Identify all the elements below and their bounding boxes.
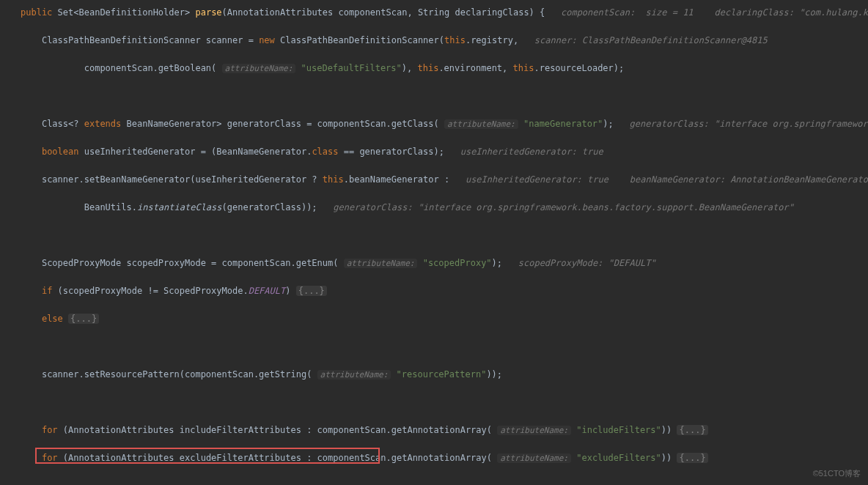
inlay-hint: componentScan: size = 11 declaringClass:… [561,7,868,18]
code-text: .registry, [466,35,518,45]
code-text: .resourceLoader); [534,63,624,73]
code-text: ClassPathBeanDefinitionScanner( [275,35,444,45]
keyword-boolean: boolean [42,147,79,157]
code-text: ClassPathBeanDefinitionScanner scanner = [42,35,259,45]
code-text: (AnnotationAttributes excludeFilterAttri… [58,453,492,463]
string-literal: "nameGenerator" [523,119,603,129]
code-text: ScopedProxyMode scopedProxyMode = compon… [42,258,339,268]
code-text: )) [661,453,677,463]
code-text: ), [402,63,418,73]
keyword-this: this [417,63,438,73]
string-literal: "useDefaultFilters" [301,63,402,73]
keyword-this: this [444,35,466,45]
code-text: Class<? [42,119,84,129]
param-hint: attributeName: [344,259,418,268]
code-text: (generatorClass)); [222,202,317,212]
keyword-this: this [513,63,534,73]
code-text: == generatorClass); [339,147,445,157]
method-name: parse [195,7,221,18]
inlay-hint: generatorClass: "interface org.springfra… [333,202,794,212]
keyword-public: public [21,7,52,18]
inlay-hint: useInheritedGenerator: true beanNameGene… [466,174,868,185]
return-type: Set<BeanDefinitionHolder> [58,7,191,18]
string-literal: "excludeFilters" [576,453,661,463]
keyword-for: for [42,425,58,435]
code-fold[interactable]: {...} [68,314,99,324]
param-hint: attributeName: [222,64,296,73]
code-fold[interactable]: {...} [677,425,707,435]
code-fold[interactable]: {...} [677,453,707,463]
param-hint: attributeName: [317,370,391,380]
code-text: ); [603,119,613,129]
keyword-else: else [42,314,63,324]
param-hint: attributeName: [444,119,518,129]
code-fold[interactable]: {...} [296,286,327,296]
code-text: scanner.setResourcePattern(componentScan… [42,369,312,380]
inlay-hint: scopedProxyMode: "DEFAULT" [518,258,656,268]
param-hint: attributeName: [497,426,571,435]
string-literal: "includeFilters" [576,425,661,435]
code-editor[interactable]: public Set<BeanDefinitionHolder> parse(A… [0,6,868,485]
string-literal: "resourcePattern" [397,369,487,380]
code-text: (AnnotationAttributes includeFilterAttri… [58,425,492,435]
static-method: instantiateClass [137,202,222,212]
code-text: )) [661,425,677,435]
inlay-hint: scanner: ClassPathBeanDefinitionScanner@… [534,35,768,45]
code-text: (scopedProxyMode != ScopedProxyMode. [52,286,248,296]
watermark: ©51CTO博客 [813,467,861,481]
constant: DEFAULT [249,286,286,296]
code-text: )); [486,369,502,380]
code-text: scanner.setBeanNameGenerator(useInherite… [42,174,323,185]
keyword-class: class [312,147,338,157]
code-text: useInheritedGenerator = (BeanNameGenerat… [78,147,312,157]
string-literal: "scopedProxy" [423,258,492,268]
code-text: BeanUtils. [84,202,137,212]
inlay-hint: useInheritedGenerator: true [460,147,603,157]
code-text: componentScan.getBoolean( [84,63,217,73]
keyword-for: for [42,453,58,463]
keyword-this: this [323,174,344,185]
method-args: (AnnotationAttributes componentScan, Str… [222,7,545,18]
keyword-if: if [42,286,52,296]
inlay-hint: generatorClass: "interface org.springfra… [629,119,868,129]
code-text: BeanNameGenerator> generatorClass = comp… [121,119,438,129]
keyword-extends: extends [84,119,122,129]
code-text: .beanNameGenerator : [344,174,450,185]
code-text: .environment, [438,63,512,73]
code-text: ); [492,258,502,268]
param-hint: attributeName: [497,453,571,463]
code-text: ) [285,286,295,296]
keyword-new: new [259,35,275,45]
